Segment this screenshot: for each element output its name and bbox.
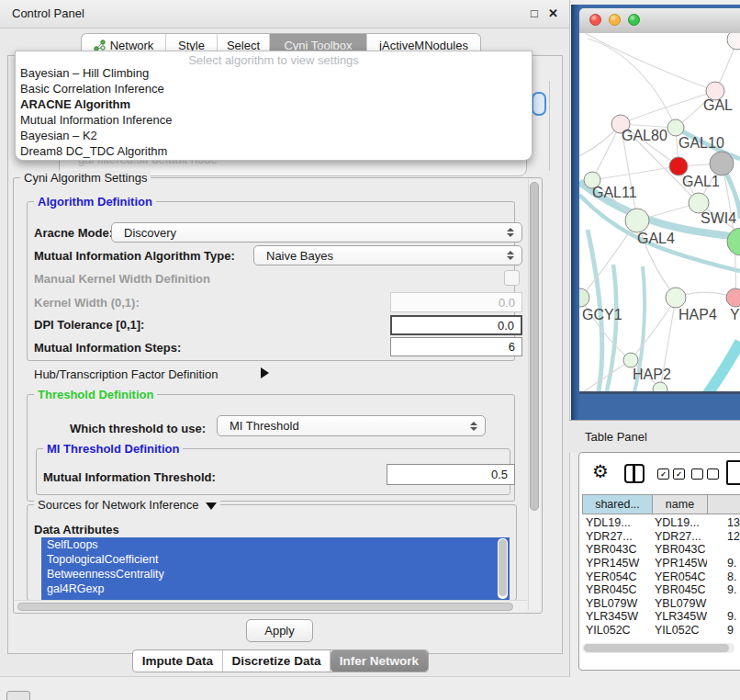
network-node[interactable] (579, 288, 589, 307)
node-label-y: Y (730, 307, 740, 322)
mi-threshold-field[interactable]: 0.5 (387, 464, 515, 485)
table-cell: YIL052C (652, 624, 707, 637)
list-scrollbar[interactable] (498, 538, 508, 599)
manual-kernel-label: Manual Kernel Width Definition (34, 272, 210, 286)
aracne-mode-select[interactable]: Discovery (111, 222, 522, 243)
apply-button[interactable]: Apply (246, 619, 313, 642)
network-node[interactable] (727, 228, 740, 255)
kernel-width-label: Kernel Width (0,1): (34, 296, 140, 310)
algorithm-option-basic-correlation-inference[interactable]: Basic Correlation Inference (18, 82, 529, 97)
attribute-item-topologicalcoefficient[interactable]: TopologicalCoefficient (41, 552, 510, 567)
network-node[interactable] (625, 209, 649, 232)
mi-steps-field[interactable]: 6 (390, 337, 522, 356)
table-cell: YDL19... (582, 516, 652, 529)
tab-impute-data[interactable]: Impute Data (133, 650, 223, 672)
window-shadow (579, 391, 740, 394)
network-node[interactable] (726, 288, 740, 307)
table-cell: 13 (707, 516, 740, 529)
table-row[interactable]: YPR145WYPR145W9. (582, 557, 740, 570)
zoom-light[interactable] (628, 14, 640, 26)
dpi-tolerance-label: DPI Tolerance [0,1]: (34, 318, 144, 332)
sources-title[interactable]: Sources for Network Inference (34, 498, 220, 512)
attribute-item-selfloops[interactable]: SelfLoops (41, 537, 510, 552)
network-node-labels: GALGAL80GAL10GAL11GAL1SWI4GAL4GCY1HAP4YH… (582, 97, 740, 382)
table-cell: 8. (707, 570, 740, 583)
table-row[interactable]: YDL19...YDL19...13 (582, 516, 740, 530)
stepper-icon (470, 422, 477, 431)
network-node[interactable] (710, 152, 734, 175)
table-body: YDL19...YDL19...13YDR27...YDR27...12YBR0… (582, 516, 740, 637)
table-row[interactable]: YBR045CYBR045C9. (582, 583, 740, 597)
screen: Control Panel □ ✕ NetworkStyleSelectCyni… (0, 0, 740, 700)
table-row[interactable]: YLR345WYLR345W9. (582, 610, 740, 624)
network-node[interactable] (669, 157, 688, 175)
table-row[interactable]: YBL079WYBL079W (582, 597, 740, 611)
algorithm-list: Bayesian – Hill ClimbingBasic Correlatio… (18, 66, 529, 159)
tab-infer-network[interactable]: Infer Network (331, 650, 428, 672)
expander-right-icon[interactable] (261, 367, 269, 378)
kernel-width-field[interactable]: 0.0 (390, 292, 522, 312)
table-cell: YIL052C (582, 624, 652, 637)
float-window-icon[interactable]: □ (531, 6, 538, 20)
table-horizontal-scrollbar[interactable] (582, 643, 734, 653)
mi-type-select[interactable]: Naive Bayes (253, 245, 522, 265)
settings-hscroll-thumb[interactable] (17, 603, 513, 611)
network-node[interactable] (623, 353, 638, 367)
collapse-down-icon[interactable] (206, 502, 217, 510)
table-cell: 9. (707, 557, 740, 570)
dpi-tolerance-field[interactable]: 0.0 (390, 315, 522, 335)
table-cell: YER054C (582, 570, 652, 583)
table-row[interactable]: YER054CYER054C8. (582, 570, 740, 583)
network-node[interactable] (727, 33, 740, 50)
column-header-name[interactable]: name (653, 495, 708, 514)
table-hscroll-thumb[interactable] (584, 644, 729, 652)
checked-columns-icon[interactable]: ✓✓ (657, 469, 685, 480)
node-label-gcy1: GCY1 (582, 307, 622, 322)
node-label-gal80: GAL80 (622, 128, 667, 143)
list-scrollbar-thumb[interactable] (499, 539, 507, 596)
table-row[interactable]: YDR27...YDR27...12 (582, 530, 740, 544)
network-view[interactable]: GALGAL80GAL10GAL11GAL1SWI4GAL4GCY1HAP4YH… (579, 33, 740, 391)
mi-threshold-title: MI Threshold Definition (43, 442, 183, 456)
table-cell: YBR043C (582, 543, 652, 556)
manual-kernel-checkbox[interactable] (504, 270, 520, 286)
minimized-panel-button[interactable] (6, 691, 30, 700)
table-cell: YDR27... (652, 530, 707, 543)
unchecked-columns-icon[interactable] (691, 469, 719, 480)
columns-icon[interactable] (624, 464, 645, 483)
hub-definition-label[interactable]: Hub/Transcription Factor Definition (34, 367, 218, 381)
column-header-shared-name[interactable]: shared... (583, 495, 653, 514)
node-label-gal1: GAL1 (682, 174, 720, 189)
data-attributes-list[interactable]: SelfLoopsTopologicalCoefficientBetweenne… (41, 537, 510, 600)
minimize-light[interactable] (609, 14, 621, 26)
stepper-icon (507, 251, 514, 260)
focused-spinner-button[interactable] (532, 92, 546, 116)
settings-vertical-scrollbar[interactable] (528, 179, 541, 610)
node-label-gal4: GAL4 (637, 231, 675, 246)
tab-discretize-data[interactable]: Discretize Data (223, 650, 331, 672)
threshold-definition-title: Threshold Definition (34, 388, 157, 401)
network-node[interactable] (666, 288, 686, 308)
algorithm-option-dream8-dc-tdc-algorithm[interactable]: Dream8 DC_TDC Algorithm (18, 144, 529, 160)
column-header-partial[interactable] (708, 495, 740, 514)
attribute-item-betweennesscentrality[interactable]: BetweennessCentrality (41, 567, 510, 581)
document-icon[interactable] (726, 460, 740, 485)
control-panel-titlebar: Control Panel □ ✕ (0, 0, 569, 28)
algorithm-option-aracne-algorithm[interactable]: ARACNE Algorithm (18, 97, 529, 113)
network-window-titlebar[interactable] (579, 8, 740, 34)
close-light[interactable] (589, 14, 601, 26)
close-window-icon[interactable]: ✕ (548, 6, 558, 20)
which-threshold-select[interactable]: MI Threshold (217, 415, 486, 436)
algorithm-option-mutual-information-inference[interactable]: Mutual Information Inference (18, 113, 529, 129)
settings-vscroll-thumb[interactable] (530, 182, 539, 511)
table-row[interactable]: YBR043CYBR043C (582, 543, 740, 557)
network-node[interactable] (667, 119, 684, 136)
gear-icon[interactable]: ⚙ (592, 462, 609, 480)
mi-steps-label: Mutual Information Steps: (34, 341, 181, 355)
settings-horizontal-scrollbar[interactable] (15, 600, 527, 613)
table-row[interactable]: YIL052CYIL052C9 (582, 624, 740, 638)
algorithm-option-bayesian-k2[interactable]: Bayesian – K2 (18, 129, 529, 144)
attribute-item-gal4rgexp[interactable]: gal4RGexp (41, 581, 510, 596)
algorithm-option-bayesian-hill-climbing[interactable]: Bayesian – Hill Climbing (18, 66, 529, 82)
table-cell: 9 (707, 624, 740, 637)
